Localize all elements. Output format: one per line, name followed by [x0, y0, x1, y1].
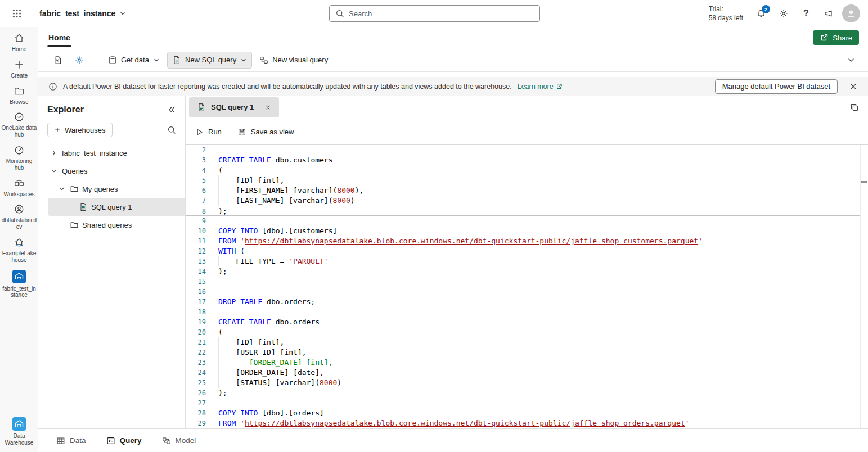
code-line-13[interactable]: 13 FILE_TYPE = 'PARQUET'	[186, 256, 860, 266]
collapse-ribbon-icon[interactable]	[847, 56, 858, 65]
search-input[interactable]	[349, 10, 534, 18]
code-line-7[interactable]: 7 [LAST_NAME] [varchar](8000)	[186, 196, 860, 206]
notifications-button[interactable]: 2	[752, 4, 770, 22]
code-text: [ID] [int],	[218, 337, 860, 347]
query-editor-area: SQL query 1 Run Save as view 23CREATE TA…	[186, 96, 868, 428]
warehouses-button[interactable]: Warehouses	[47, 123, 113, 137]
code-line-25[interactable]: 25 [STATUS] [varchar](8000)	[186, 378, 860, 388]
code-line-21[interactable]: 21 [ID] [int],	[186, 337, 860, 347]
tab-model[interactable]: Model	[162, 436, 196, 445]
onelake-icon	[14, 111, 25, 123]
tree-item-my-queries[interactable]: My queries	[38, 180, 185, 198]
rail-item-data-warehouse[interactable]: Data Warehouse	[1, 417, 37, 446]
tab-home[interactable]: Home	[47, 31, 71, 44]
line-number: 9	[186, 216, 206, 226]
workspace-switcher[interactable]: fabric_test_instance	[39, 9, 126, 18]
code-line-8[interactable]: 8);	[186, 206, 860, 216]
close-tab-icon[interactable]	[264, 104, 271, 111]
search-icon	[335, 9, 344, 18]
code-line-15[interactable]: 15	[186, 277, 860, 287]
code-text	[218, 287, 860, 297]
code-line-12[interactable]: 12WITH (	[186, 246, 860, 256]
rail-item-fabric-test-instance[interactable]: fabric_test_instance	[1, 270, 37, 299]
collapse-explorer-icon[interactable]	[167, 105, 176, 114]
code-line-18[interactable]: 18	[186, 307, 860, 317]
code-line-2[interactable]: 2	[186, 145, 860, 155]
rail-item-home[interactable]: Home	[1, 33, 37, 53]
help-button[interactable]: ?	[797, 4, 815, 22]
get-data-button[interactable]: Get data	[103, 52, 165, 69]
rail-item-examplelakehouse[interactable]: ExampleLakehouse	[1, 237, 37, 264]
warehouse-settings-button[interactable]	[70, 52, 89, 69]
warehouse-tile-icon	[12, 270, 26, 283]
code-text: DROP TABLE dbo.orders;	[218, 297, 860, 307]
rail-item-create[interactable]: Create	[1, 59, 37, 79]
tab-sql-query-1[interactable]: SQL query 1	[189, 97, 279, 117]
code-line-28[interactable]: 28COPY INTO [dbo].[orders]	[186, 408, 860, 418]
tree-item-queries[interactable]: Queries	[38, 162, 185, 180]
code-line-3[interactable]: 3CREATE TABLE dbo.customers	[186, 155, 860, 165]
tab-data[interactable]: Data	[56, 436, 86, 445]
code-line-17[interactable]: 17DROP TABLE dbo.orders;	[186, 297, 860, 307]
copy-icon[interactable]	[850, 103, 859, 112]
code-line-23[interactable]: 23 -- [ORDER_DATE] [int],	[186, 358, 860, 368]
code-text: (	[218, 327, 860, 337]
rail-item-workspaces[interactable]: Workspaces	[1, 178, 37, 198]
data-grid-icon	[56, 436, 65, 445]
settings-gear-icon	[75, 56, 84, 65]
trial-status: Trial: 58 days left	[709, 4, 743, 22]
code-line-26[interactable]: 26);	[186, 388, 860, 398]
line-number: 7	[186, 196, 206, 206]
code-line-24[interactable]: 24 [ORDER_DATE] [date],	[186, 368, 860, 378]
chevron-down-icon	[240, 57, 247, 64]
close-banner-icon[interactable]	[849, 82, 858, 91]
code-line-5[interactable]: 5 [ID] [int],	[186, 175, 860, 186]
code-line-14[interactable]: 14);	[186, 266, 860, 277]
code-line-19[interactable]: 19CREATE TABLE dbo.orders	[186, 317, 860, 327]
run-button[interactable]: Run	[195, 128, 222, 137]
chevron-down-icon	[57, 184, 66, 193]
editor-scrollbar[interactable]	[860, 145, 868, 428]
rail-item-dbtlabsfabricdev[interactable]: dbtlabsfabricdev	[1, 204, 37, 230]
rail-item-browse[interactable]: Browse	[1, 85, 37, 106]
tree-item-shared-queries[interactable]: Shared queries	[38, 216, 185, 234]
code-line-22[interactable]: 22 [USER_ID] [int],	[186, 347, 860, 358]
code-line-29[interactable]: 29FROM 'https://dbtlabsynapsedatalake.bl…	[186, 418, 860, 428]
sql-editor[interactable]: 23CREATE TABLE dbo.customers4(5 [ID] [in…	[186, 145, 868, 428]
settings-button[interactable]	[775, 4, 793, 22]
code-line-20[interactable]: 20(	[186, 327, 860, 337]
explorer-search-icon[interactable]	[167, 125, 176, 134]
editor-toolbar: Run Save as view	[186, 119, 868, 145]
command-bar: Get data New SQL query New visual query	[38, 48, 868, 72]
code-text: FROM 'https://dbtlabsynapsedatalake.blob…	[218, 418, 860, 428]
code-line-16[interactable]: 16	[186, 287, 860, 297]
line-number: 12	[186, 246, 206, 256]
learn-more-link[interactable]: Learn more	[518, 83, 563, 91]
manage-dataset-button[interactable]: Manage default Power BI dataset	[715, 79, 838, 94]
tab-query[interactable]: Query	[106, 436, 142, 445]
line-number: 6	[186, 186, 206, 196]
rail-item-monitoring-hub[interactable]: Monitoring hub	[1, 144, 37, 171]
tree-item-sql-query-1[interactable]: SQL query 1	[48, 198, 185, 216]
left-nav-rail: Home Create Browse OneLake data hub Moni…	[0, 27, 38, 452]
share-button[interactable]: Share	[813, 30, 859, 45]
chevron-down-icon	[153, 57, 160, 64]
rail-item-onelake-data-hub[interactable]: OneLake data hub	[1, 111, 37, 138]
code-line-9[interactable]: 9	[186, 216, 860, 226]
new-visual-query-button[interactable]: New visual query	[254, 52, 333, 69]
code-line-6[interactable]: 6 [FIRST_NAME] [varchar](8000),	[186, 186, 860, 196]
new-report-button[interactable]	[48, 52, 68, 69]
search-box[interactable]	[329, 5, 540, 22]
code-line-11[interactable]: 11FROM 'https://dbtlabsynapsedatalake.bl…	[186, 236, 860, 246]
code-line-10[interactable]: 10COPY INTO [dbo].[customers]	[186, 226, 860, 236]
save-as-view-button[interactable]: Save as view	[237, 128, 294, 137]
new-sql-query-button[interactable]: New SQL query	[167, 52, 252, 69]
feedback-button[interactable]	[820, 4, 838, 22]
code-text: FILE_TYPE = 'PARQUET'	[218, 256, 860, 266]
tree-item-fabric-test-instance[interactable]: fabric_test_instance	[38, 144, 185, 162]
code-line-27[interactable]: 27	[186, 398, 860, 408]
code-line-4[interactable]: 4(	[186, 165, 860, 175]
waffle-menu-icon[interactable]	[8, 4, 26, 22]
account-avatar[interactable]	[842, 4, 860, 22]
line-number: 21	[186, 337, 206, 347]
